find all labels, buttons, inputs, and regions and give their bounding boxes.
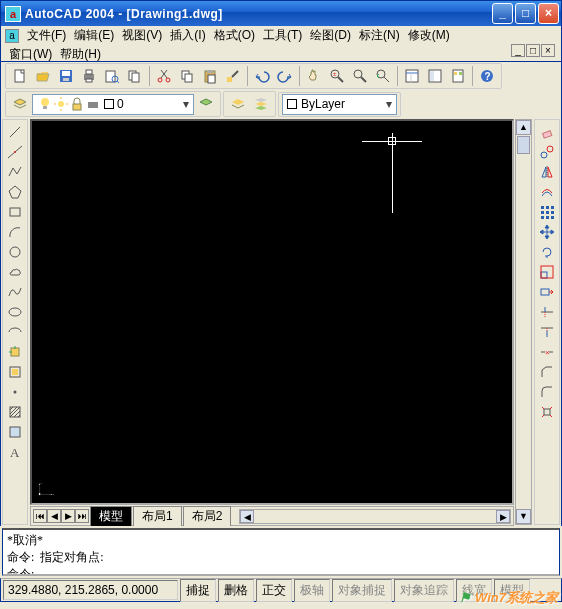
scroll-thumb[interactable] <box>517 136 530 154</box>
text-button[interactable]: A <box>4 442 26 462</box>
menu-tools[interactable]: 工具(T) <box>259 26 306 45</box>
line-button[interactable] <box>4 122 26 142</box>
mdi-app-icon[interactable]: a <box>5 29 19 43</box>
copy-object-button[interactable] <box>536 142 558 162</box>
menu-file[interactable]: 文件(F) <box>23 26 70 45</box>
v-scrollbar[interactable]: ▲ ▼ <box>515 119 532 525</box>
otrack-toggle[interactable]: 对象追踪 <box>394 579 454 602</box>
redo-button[interactable] <box>274 65 296 87</box>
hatch-button[interactable] <box>4 402 26 422</box>
fillet-button[interactable] <box>536 382 558 402</box>
menu-modify[interactable]: 修改(M) <box>404 26 454 45</box>
menu-dimension[interactable]: 标注(N) <box>355 26 404 45</box>
print-button[interactable] <box>78 65 100 87</box>
ortho-toggle[interactable]: 正交 <box>256 579 292 602</box>
menu-view[interactable]: 视图(V) <box>118 26 166 45</box>
extend-button[interactable] <box>536 322 558 342</box>
command-window[interactable]: *取消* 命令: 指定对角点: 命令: <box>2 528 560 576</box>
zoom-window-button[interactable] <box>349 65 371 87</box>
mdi-restore-button[interactable]: □ <box>526 44 540 57</box>
scroll-up-button[interactable]: ▲ <box>516 120 531 135</box>
menu-format[interactable]: 格式(O) <box>210 26 259 45</box>
mdi-minimize-button[interactable]: _ <box>511 44 525 57</box>
move-button[interactable] <box>536 222 558 242</box>
make-block-button[interactable] <box>4 362 26 382</box>
revision-cloud-button[interactable] <box>4 262 26 282</box>
undo-button[interactable] <box>251 65 273 87</box>
arc-button[interactable] <box>4 222 26 242</box>
spline-button[interactable] <box>4 282 26 302</box>
drawing-canvas[interactable]: X Y <box>30 119 514 505</box>
cut-button[interactable] <box>153 65 175 87</box>
erase-button[interactable] <box>536 122 558 142</box>
design-center-button[interactable] <box>424 65 446 87</box>
menu-insert[interactable]: 插入(I) <box>166 26 209 45</box>
chamfer-button[interactable] <box>536 362 558 382</box>
break-button[interactable]: × <box>536 342 558 362</box>
tab-model[interactable]: 模型 <box>90 506 132 526</box>
trim-button[interactable] <box>536 302 558 322</box>
minimize-button[interactable]: _ <box>492 3 513 24</box>
rectangle-button[interactable] <box>4 202 26 222</box>
help-button[interactable]: ? <box>476 65 498 87</box>
tab-layout1[interactable]: 布局1 <box>133 506 182 526</box>
ellipse-button[interactable] <box>4 302 26 322</box>
menu-window[interactable]: 窗口(W) <box>5 45 56 64</box>
point-button[interactable] <box>4 382 26 402</box>
layer-properties-button[interactable] <box>9 93 31 115</box>
layer-previous-button[interactable] <box>195 93 217 115</box>
array-button[interactable] <box>536 202 558 222</box>
insert-block-button[interactable] <box>4 342 26 362</box>
close-button[interactable]: × <box>538 3 559 24</box>
h-scrollbar[interactable]: ◀ ▶ <box>239 509 511 524</box>
explode-button[interactable] <box>536 402 558 422</box>
publish-button[interactable] <box>124 65 146 87</box>
snap-toggle[interactable]: 捕捉 <box>180 579 216 602</box>
match-properties-button[interactable] <box>222 65 244 87</box>
tab-prev-button[interactable]: ◀ <box>47 509 61 523</box>
mirror-button[interactable] <box>536 162 558 182</box>
make-current-button[interactable] <box>227 93 249 115</box>
lwt-toggle[interactable]: 线宽 <box>456 579 492 602</box>
scale-button[interactable] <box>536 262 558 282</box>
tab-next-button[interactable]: ▶ <box>61 509 75 523</box>
layer-dropdown[interactable]: 0 ▾ <box>32 94 194 115</box>
zoom-realtime-button[interactable]: ± <box>326 65 348 87</box>
copy-button[interactable] <box>176 65 198 87</box>
osnap-toggle[interactable]: 对象捕捉 <box>332 579 392 602</box>
color-dropdown[interactable]: ByLayer ▾ <box>282 94 397 115</box>
region-button[interactable] <box>4 422 26 442</box>
grid-toggle[interactable]: 删格 <box>218 579 254 602</box>
mdi-close-button[interactable]: × <box>541 44 555 57</box>
circle-button[interactable] <box>4 242 26 262</box>
tab-layout2[interactable]: 布局2 <box>183 506 232 526</box>
menu-help[interactable]: 帮助(H) <box>56 45 105 64</box>
plot-preview-button[interactable] <box>101 65 123 87</box>
polar-toggle[interactable]: 极轴 <box>294 579 330 602</box>
tool-palettes-button[interactable] <box>447 65 469 87</box>
pan-button[interactable] <box>303 65 325 87</box>
tab-first-button[interactable]: ⏮ <box>33 509 47 523</box>
construction-line-button[interactable] <box>4 142 26 162</box>
model-toggle[interactable]: 模型 <box>494 579 530 602</box>
new-button[interactable] <box>9 65 31 87</box>
stretch-button[interactable] <box>536 282 558 302</box>
polygon-button[interactable] <box>4 182 26 202</box>
tab-last-button[interactable]: ⏭ <box>75 509 89 523</box>
ellipse-arc-button[interactable] <box>4 322 26 342</box>
paste-button[interactable] <box>199 65 221 87</box>
save-button[interactable] <box>55 65 77 87</box>
properties-button[interactable] <box>401 65 423 87</box>
layer-states-button[interactable] <box>250 93 272 115</box>
rotate-button[interactable] <box>536 242 558 262</box>
open-button[interactable] <box>32 65 54 87</box>
scroll-down-button[interactable]: ▼ <box>516 509 531 524</box>
zoom-previous-button[interactable] <box>372 65 394 87</box>
menu-draw[interactable]: 绘图(D) <box>306 26 355 45</box>
polyline-button[interactable] <box>4 162 26 182</box>
menu-edit[interactable]: 编辑(E) <box>70 26 118 45</box>
scroll-right-button[interactable]: ▶ <box>496 510 510 523</box>
scroll-left-button[interactable]: ◀ <box>240 510 254 523</box>
offset-button[interactable] <box>536 182 558 202</box>
maximize-button[interactable]: □ <box>515 3 536 24</box>
